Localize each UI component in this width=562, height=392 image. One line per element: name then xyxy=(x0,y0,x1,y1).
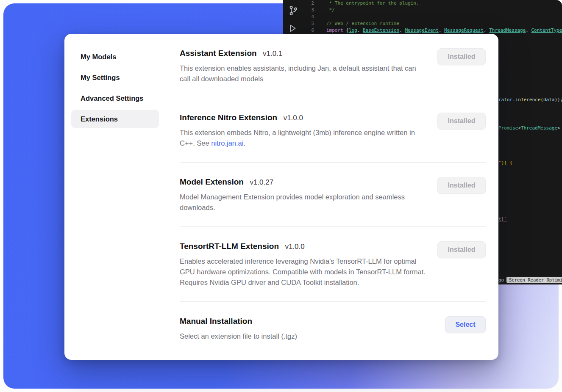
line-number: 3 xyxy=(283,7,314,14)
settings-modal: My Models My Settings Advanced Settings … xyxy=(64,34,498,360)
sidebar-item-extensions[interactable]: Extensions xyxy=(71,110,159,128)
line-number: 2 xyxy=(283,0,314,7)
installed-button[interactable]: Installed xyxy=(437,241,486,258)
extension-title: Inference Nitro Extension xyxy=(180,113,277,122)
code-fragment: Promise<ThreadMessage> xyxy=(498,125,560,132)
installed-button[interactable]: Installed xyxy=(437,48,486,65)
manual-installation-title: Manual Installation xyxy=(180,317,252,326)
nitro-jan-ai-link[interactable]: nitro.jan.ai xyxy=(211,139,243,147)
code-line-import: import {log, BaseExtension, MessageEvent… xyxy=(314,27,562,34)
screen-reader-badge: Screen Reader Optimized xyxy=(506,277,562,283)
extension-row-assistant: Assistant Extension v1.0.1 This extensio… xyxy=(180,34,486,98)
line-number: 6 xyxy=(283,27,314,34)
code-fragment: rator.inference(data)); xyxy=(498,97,562,103)
code-line-text: */ xyxy=(314,7,335,14)
code-fragment: t}` xyxy=(498,216,507,223)
line-number: 4 xyxy=(283,14,314,20)
extension-version: v1.0.27 xyxy=(250,178,273,186)
installed-button[interactable]: Installed xyxy=(437,177,486,194)
extension-title: Assistant Extension xyxy=(180,49,257,58)
code-line-text: // Web / extension runtime xyxy=(314,20,399,27)
extension-row-tensorrt: TensortRT-LLM Extension v1.0.0 Enables a… xyxy=(180,227,486,302)
sidebar-item-advanced-settings[interactable]: Advanced Settings xyxy=(71,89,159,108)
code-lines: 2 * The entrypoint for the plugin. 3 */ … xyxy=(283,0,562,34)
installed-button[interactable]: Installed xyxy=(437,113,486,130)
extension-row-model: Model Extension v1.0.27 Model Management… xyxy=(180,163,486,227)
extension-version: v1.0.1 xyxy=(263,50,282,58)
extension-version: v1.0.0 xyxy=(285,243,304,251)
extension-title: TensortRT-LLM Extension xyxy=(180,242,279,251)
extension-description: This extension embeds Nitro, a lightweig… xyxy=(180,127,428,149)
manual-installation-row: Manual Installation Select an extension … xyxy=(180,302,486,355)
extension-version: v1.0.0 xyxy=(284,114,303,122)
line-number: 5 xyxy=(283,20,314,27)
extension-description: This extension enables assistants, inclu… xyxy=(180,63,428,84)
status-bar-text: go xyxy=(498,277,504,283)
code-line-text: * The entrypoint for the plugin. xyxy=(314,0,419,7)
extension-title: Model Extension xyxy=(180,177,244,186)
code-fragment: ")) { xyxy=(498,160,512,166)
description-text: . xyxy=(243,139,245,147)
extension-description: Model Management Extension provides mode… xyxy=(180,192,428,213)
sidebar-item-my-models[interactable]: My Models xyxy=(71,47,159,66)
select-file-button[interactable]: Select xyxy=(445,316,486,333)
code-line-text xyxy=(314,14,326,20)
page-background: 2 * The entrypoint for the plugin. 3 */ … xyxy=(0,0,562,392)
extension-row-nitro: Inference Nitro Extension v1.0.0 This ex… xyxy=(180,98,486,163)
manual-installation-description: Select an extension file to install (.tg… xyxy=(180,331,297,342)
settings-sidebar: My Models My Settings Advanced Settings … xyxy=(64,34,166,360)
sidebar-item-my-settings[interactable]: My Settings xyxy=(71,68,159,87)
extensions-panel: Assistant Extension v1.0.1 This extensio… xyxy=(166,34,498,360)
extension-description: Enables accelerated inference leveraging… xyxy=(180,256,428,288)
